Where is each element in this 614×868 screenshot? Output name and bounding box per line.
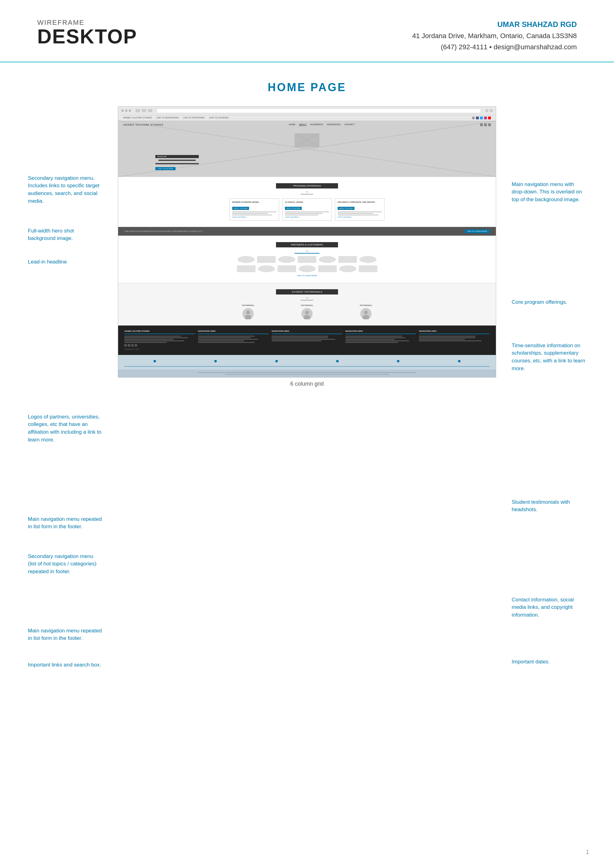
header-right: UMAR SHAHZAD RGD 41 Jordana Drive, Markh…	[412, 19, 577, 53]
program-cards: MODERN STANDARD ARABIC ABOUT STUDYING Li…	[124, 198, 490, 221]
nav-link-admissions[interactable]: ADMISSIONS	[327, 123, 341, 126]
footer-col-2-item-2	[198, 337, 251, 338]
svg-point-7	[246, 311, 250, 314]
testimonial-avatar-2	[301, 308, 313, 319]
ann-hero: Full-width hero shot background image.	[28, 227, 102, 242]
grid-label: 6 column grid	[118, 381, 496, 387]
hero-img-x	[295, 133, 319, 147]
sec-nav-link-4[interactable]: LINK TO COURSES	[209, 116, 229, 119]
ann-important-dates: Important dates.	[512, 658, 586, 666]
ann-footer-nav: Main navigation menu repeated in list fo…	[28, 516, 102, 531]
nav-links: HOME ABOUT ACADEMICS ADMISSIONS CONTACT	[289, 123, 354, 126]
programs-title-area: PROGRAM OFFERINGS Tab	[124, 183, 490, 195]
nav-link-academics[interactable]: ACADEMICS	[310, 123, 323, 126]
footer-social-icons	[124, 344, 195, 347]
browser-forward-btn	[142, 109, 146, 112]
browser-icon-2	[490, 109, 493, 112]
footer-grid-col-3	[275, 360, 278, 363]
sec-nav-link-2[interactable]: LINK TO ADMISSIONS	[156, 116, 179, 119]
card-3-bar-3	[338, 214, 378, 215]
testimonials-divider	[301, 300, 313, 301]
ann-footer-list: Main navigation menu repeated in list fo…	[28, 627, 102, 642]
card-3-bar-2	[338, 213, 373, 214]
browser-url-bar[interactable]	[157, 108, 481, 113]
contact: (647) 292-4111 • design@umarshahzad.com	[412, 42, 577, 53]
footer-col-4-title: NAVIGATION LINKS	[346, 330, 416, 332]
footer-grid-dots-row	[118, 358, 496, 363]
banner-text: TIME-SENSITIVE INFORMATION ON SCHOLARSHI…	[124, 230, 203, 232]
program-card-1: MODERN STANDARD ARABIC ABOUT STUDYING Li…	[229, 198, 279, 221]
nav-link-contact[interactable]: CONTACT	[344, 123, 354, 126]
footer-grid-col-2	[214, 360, 217, 363]
footer-grid-section	[118, 355, 496, 377]
grid-dot-1	[154, 360, 156, 363]
hero-content	[295, 133, 319, 149]
browser-dot-2	[125, 109, 127, 112]
footer-col-1-item-5	[124, 342, 167, 343]
footer-col-1-line	[124, 333, 195, 334]
wireframe-annotations-layout: Secondary navigation menu. Includes link…	[25, 106, 589, 695]
footer-col-2: NAVIGATION LINKS	[198, 330, 269, 350]
ann-main-nav: Main navigation menu with drop-down. Thi…	[512, 181, 586, 204]
card-1-bar-2	[232, 213, 268, 214]
partner-logo-11	[299, 265, 316, 272]
programs-section: PROGRAM OFFERINGS Tab MODERN STANDARD AR…	[118, 177, 496, 227]
partner-logo-7	[360, 256, 377, 263]
nav-link-home[interactable]: HOME	[289, 123, 295, 126]
footer-col-2-item-4	[198, 340, 244, 341]
footer-col-4-item-1	[346, 336, 402, 337]
partners-learn-more[interactable]: LINK TO LEARN MORE	[124, 275, 490, 276]
hero-headline-area: HEADLINE CALL TO ACTION	[155, 155, 199, 170]
banner-btn[interactable]: LINK TO LEARN MORE	[465, 229, 490, 233]
card-1-btn[interactable]: ABOUT STUDYING	[232, 207, 249, 210]
testimonials-title: STUDENT TESTIMONIALS	[276, 289, 338, 294]
partner-logo-6	[338, 256, 357, 263]
footer-col-4-item-5	[346, 342, 398, 343]
partner-logo-9	[258, 265, 275, 272]
ann-partners: Logos of partners, universities, college…	[28, 413, 102, 444]
footer-copyright: COPYRIGHT © 2023	[124, 349, 195, 350]
sec-nav-link-1[interactable]: ARABIC CULTURE STUDIES	[123, 116, 152, 119]
footer-col-4-item-3	[346, 339, 395, 340]
footer-col-1-item-4	[124, 340, 184, 341]
footer-grid-lines	[118, 363, 496, 369]
nav-icon-1	[480, 123, 483, 126]
testimonial-label-2: TESTIMONIAL	[279, 304, 335, 306]
footer-social-tw	[128, 344, 130, 347]
footer-col-1-item-3	[124, 339, 174, 340]
sec-nav-link-3[interactable]: LINK TO PROGRAMS	[183, 116, 205, 119]
header: WIREFRAME DESKTOP UMAR SHAHZAD RGD 41 Jo…	[0, 0, 614, 62]
footer-col-5-item-3	[419, 339, 465, 340]
header-left: WIREFRAME DESKTOP	[37, 19, 137, 46]
card-2-btn[interactable]: ABOUT STUDYING	[285, 207, 302, 210]
nav-icon-2	[484, 123, 487, 126]
instagram-icon	[484, 116, 487, 119]
left-annotations: Secondary navigation menu. Includes link…	[25, 106, 118, 695]
card-3-link[interactable]: Link To Learn More >	[338, 216, 382, 218]
testimonial-avatar-3	[360, 308, 372, 319]
testimonials-section: STUDENT TESTIMONIALS Tab TESTIMONIAL	[118, 283, 496, 326]
secondary-nav-icons	[472, 116, 491, 119]
youtube-icon	[488, 116, 491, 119]
page-number: 1	[586, 848, 589, 856]
footer-col-4-item-4	[346, 340, 409, 341]
footer-col-2-item-1	[198, 336, 254, 337]
card-3-btn[interactable]: ABOUT STUDYING	[338, 207, 354, 210]
partner-logos-row-2	[124, 265, 490, 272]
testimonial-label-3: TESTIMONIAL	[338, 304, 394, 306]
hero-cta-btn[interactable]: CALL TO ACTION	[155, 167, 175, 170]
footer-light-bar-1	[197, 372, 417, 373]
partners-divider	[295, 253, 319, 254]
nav-link-about[interactable]: ABOUT	[299, 123, 306, 126]
card-1-link[interactable]: Link To Learn More >	[232, 216, 276, 218]
partners-subtitle: Tag	[124, 250, 490, 252]
footer-grid-col-5	[397, 360, 399, 363]
browser-refresh-btn	[148, 109, 152, 112]
card-1-bar-3	[232, 214, 272, 215]
hero-bar-2	[155, 163, 199, 164]
svg-point-10	[305, 311, 309, 314]
card-2-link[interactable]: Link To Learn More >	[285, 216, 329, 218]
twitter-icon	[480, 116, 483, 119]
grid-dot-4	[336, 360, 339, 363]
ann-lead-in: Lead-in headline	[28, 258, 102, 266]
